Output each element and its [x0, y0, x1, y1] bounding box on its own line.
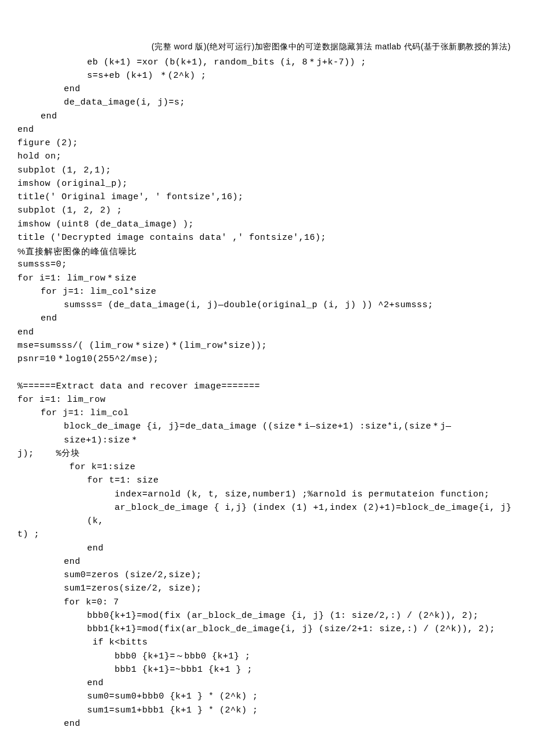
code-line: title(' Original image', ' fontsize',16)… — [17, 190, 517, 204]
code-line: index=arnold (k, t, size,number1) ;%arno… — [17, 488, 517, 501]
code-line: de_data_image(i, j)=s; — [17, 96, 517, 109]
code-line: end — [17, 555, 517, 568]
code-line: s=s+eb (k+1) ＊(2^k) ; — [17, 69, 517, 82]
code-line: %======Extract data and recover image===… — [17, 380, 517, 393]
code-line: end — [17, 717, 517, 730]
code-line: for i=1: lim_row＊size — [17, 272, 517, 285]
code-block: eb (k+1) =xor (b(k+1), random_bits (i, 8… — [17, 56, 517, 731]
code-line: sumsss=0; — [17, 258, 517, 271]
code-line: ar_block_de_image { i,j} (index (1) +1,i… — [17, 501, 517, 528]
code-line: bbb1 {k+1}=~bbb1 {k+1 } ; — [17, 663, 517, 676]
code-line: for t=1: size — [17, 474, 517, 487]
code-line: eb (k+1) =xor (b(k+1), random_bits (i, 8… — [17, 56, 517, 69]
code-line: sum0=zeros (size/2,size); — [17, 568, 517, 582]
code-line: end — [17, 542, 517, 555]
code-line — [17, 366, 517, 379]
code-line: bbb0 {k+1}=～bbb0 {k+1} ; — [17, 650, 517, 663]
code-line: for k=0: 7 — [17, 596, 517, 609]
code-line: subplot (1, 2, 2) ; — [17, 204, 517, 217]
code-line: end — [17, 123, 517, 136]
code-line: imshow (uint8 (de_data_image) ); — [17, 218, 517, 231]
code-line: bbb0{k+1}=mod(fix (ar_block_de_image {i,… — [17, 609, 517, 622]
code-line: end — [17, 312, 517, 325]
code-line: for j=1: lim_col*size — [17, 285, 517, 298]
code-line: t) ; — [17, 528, 517, 541]
code-line: subplot (1, 2,1); — [17, 164, 517, 177]
code-line: psnr=10＊log10(255^2/mse); — [17, 352, 517, 366]
code-line: imshow (original_p); — [17, 177, 517, 190]
code-line: end — [17, 110, 517, 123]
code-line: sum1=sum1+bbb1 {k+1 } * (2^k) ; — [17, 704, 517, 717]
header-text: (完整 word 版)(绝对可运行)加密图像中的可逆数据隐藏算法 matlab … — [151, 42, 511, 51]
code-line: sum1=zeros(size/2, size); — [17, 582, 517, 595]
code-line: end — [17, 326, 517, 339]
code-line: for j=1: lim_col — [17, 406, 517, 420]
code-line: title ('Decrypted image contains data' ,… — [17, 231, 517, 244]
code-line: for k=1:size — [17, 460, 517, 474]
document-header: (完整 word 版)(绝对可运行)加密图像中的可逆数据隐藏算法 matlab … — [17, 41, 517, 53]
code-line: sumsss= (de_data_image(i, j)—double(orig… — [17, 298, 517, 312]
code-line: for i=1: lim_row — [17, 393, 517, 406]
code-line: sum0=sum0+bbb0 {k+1 } * (2^k) ; — [17, 690, 517, 703]
code-line: end — [17, 676, 517, 690]
code-line: block_de_image {i, j}=de_data_image ((si… — [17, 420, 517, 447]
code-line: %直接解密图像的峰值信噪比 — [17, 244, 517, 258]
code-line: hold on; — [17, 150, 517, 163]
code-line: bbb1{k+1}=mod(fix(ar_block_de_image{i, j… — [17, 622, 517, 636]
code-line: j); %分块 — [17, 447, 517, 460]
code-line: mse=sumsss/( (lim_row＊size)＊(lim_row*siz… — [17, 339, 517, 352]
code-line: if k<bitts — [17, 636, 517, 649]
code-line: end — [17, 82, 517, 96]
code-line: figure (2); — [17, 136, 517, 150]
